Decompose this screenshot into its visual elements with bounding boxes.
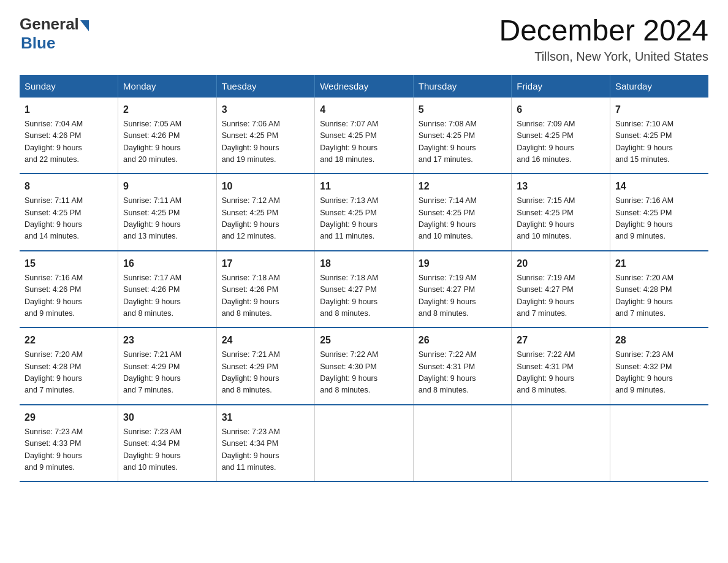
day-number: 21 xyxy=(615,256,703,271)
header-cell-saturday: Saturday xyxy=(610,75,708,98)
day-info: Sunrise: 7:18 AM Sunset: 4:27 PM Dayligh… xyxy=(320,272,408,320)
header-cell-sunday: Sunday xyxy=(20,75,118,98)
day-number: 16 xyxy=(123,256,211,271)
week-row-4: 22Sunrise: 7:20 AM Sunset: 4:28 PM Dayli… xyxy=(20,327,708,405)
logo-general-text: General xyxy=(20,15,79,34)
day-cell: 9Sunrise: 7:11 AM Sunset: 4:25 PM Daylig… xyxy=(118,174,217,251)
day-info: Sunrise: 7:20 AM Sunset: 4:28 PM Dayligh… xyxy=(615,272,703,320)
day-cell: 29Sunrise: 7:23 AM Sunset: 4:33 PM Dayli… xyxy=(20,405,118,482)
day-cell: 24Sunrise: 7:21 AM Sunset: 4:29 PM Dayli… xyxy=(216,327,315,405)
day-info: Sunrise: 7:22 AM Sunset: 4:31 PM Dayligh… xyxy=(419,349,507,397)
day-cell: 12Sunrise: 7:14 AM Sunset: 4:25 PM Dayli… xyxy=(413,174,512,251)
subtitle: Tillson, New York, United States xyxy=(499,50,708,64)
day-number: 22 xyxy=(25,333,113,348)
day-info: Sunrise: 7:16 AM Sunset: 4:26 PM Dayligh… xyxy=(25,272,113,320)
day-cell: 3Sunrise: 7:06 AM Sunset: 4:25 PM Daylig… xyxy=(216,98,315,174)
day-info: Sunrise: 7:19 AM Sunset: 4:27 PM Dayligh… xyxy=(419,272,507,320)
header-cell-friday: Friday xyxy=(512,75,610,98)
day-cell: 5Sunrise: 7:08 AM Sunset: 4:25 PM Daylig… xyxy=(413,98,512,174)
day-cell: 19Sunrise: 7:19 AM Sunset: 4:27 PM Dayli… xyxy=(413,251,512,328)
day-info: Sunrise: 7:23 AM Sunset: 4:33 PM Dayligh… xyxy=(25,426,113,474)
day-info: Sunrise: 7:19 AM Sunset: 4:27 PM Dayligh… xyxy=(517,272,605,320)
day-number: 19 xyxy=(419,256,507,271)
day-cell: 22Sunrise: 7:20 AM Sunset: 4:28 PM Dayli… xyxy=(20,327,118,405)
day-number: 7 xyxy=(615,102,703,117)
day-info: Sunrise: 7:11 AM Sunset: 4:25 PM Dayligh… xyxy=(123,195,211,243)
day-info: Sunrise: 7:15 AM Sunset: 4:25 PM Dayligh… xyxy=(517,195,605,243)
day-info: Sunrise: 7:17 AM Sunset: 4:26 PM Dayligh… xyxy=(123,272,211,320)
main-title: December 2024 xyxy=(499,15,708,47)
week-row-1: 1Sunrise: 7:04 AM Sunset: 4:26 PM Daylig… xyxy=(20,98,708,174)
day-number: 27 xyxy=(517,333,605,348)
day-info: Sunrise: 7:04 AM Sunset: 4:26 PM Dayligh… xyxy=(25,118,113,166)
day-number: 24 xyxy=(222,333,310,348)
day-info: Sunrise: 7:18 AM Sunset: 4:26 PM Dayligh… xyxy=(222,272,310,320)
day-cell xyxy=(610,405,708,482)
week-row-2: 8Sunrise: 7:11 AM Sunset: 4:25 PM Daylig… xyxy=(20,174,708,251)
day-cell: 30Sunrise: 7:23 AM Sunset: 4:34 PM Dayli… xyxy=(118,405,217,482)
logo-area: General Blue xyxy=(20,15,90,53)
week-row-5: 29Sunrise: 7:23 AM Sunset: 4:33 PM Dayli… xyxy=(20,405,708,482)
day-info: Sunrise: 7:21 AM Sunset: 4:29 PM Dayligh… xyxy=(222,349,310,397)
day-info: Sunrise: 7:08 AM Sunset: 4:25 PM Dayligh… xyxy=(419,118,507,166)
day-number: 17 xyxy=(222,256,310,271)
day-cell: 10Sunrise: 7:12 AM Sunset: 4:25 PM Dayli… xyxy=(216,174,315,251)
day-number: 5 xyxy=(419,102,507,117)
day-cell: 25Sunrise: 7:22 AM Sunset: 4:30 PM Dayli… xyxy=(315,327,414,405)
day-info: Sunrise: 7:22 AM Sunset: 4:31 PM Dayligh… xyxy=(517,349,605,397)
day-number: 25 xyxy=(320,333,408,348)
header-cell-tuesday: Tuesday xyxy=(216,75,315,98)
day-cell xyxy=(413,405,512,482)
day-info: Sunrise: 7:05 AM Sunset: 4:26 PM Dayligh… xyxy=(123,118,211,166)
day-cell: 16Sunrise: 7:17 AM Sunset: 4:26 PM Dayli… xyxy=(118,251,217,328)
day-cell: 18Sunrise: 7:18 AM Sunset: 4:27 PM Dayli… xyxy=(315,251,414,328)
day-info: Sunrise: 7:13 AM Sunset: 4:25 PM Dayligh… xyxy=(320,195,408,243)
header-cell-thursday: Thursday xyxy=(413,75,512,98)
day-number: 4 xyxy=(320,102,408,117)
day-number: 12 xyxy=(419,179,507,194)
day-info: Sunrise: 7:12 AM Sunset: 4:25 PM Dayligh… xyxy=(222,195,310,243)
day-cell: 31Sunrise: 7:23 AM Sunset: 4:34 PM Dayli… xyxy=(216,405,315,482)
logo-blue-text: Blue xyxy=(21,34,55,52)
day-number: 13 xyxy=(517,179,605,194)
day-info: Sunrise: 7:09 AM Sunset: 4:25 PM Dayligh… xyxy=(517,118,605,166)
day-number: 15 xyxy=(25,256,113,271)
day-info: Sunrise: 7:23 AM Sunset: 4:34 PM Dayligh… xyxy=(123,426,211,474)
day-cell: 14Sunrise: 7:16 AM Sunset: 4:25 PM Dayli… xyxy=(610,174,708,251)
day-number: 30 xyxy=(123,410,211,425)
day-number: 2 xyxy=(123,102,211,117)
week-row-3: 15Sunrise: 7:16 AM Sunset: 4:26 PM Dayli… xyxy=(20,251,708,328)
day-number: 23 xyxy=(123,333,211,348)
day-number: 31 xyxy=(222,410,310,425)
day-number: 26 xyxy=(419,333,507,348)
title-area: December 2024 Tillson, New York, United … xyxy=(499,15,708,64)
day-cell: 4Sunrise: 7:07 AM Sunset: 4:25 PM Daylig… xyxy=(315,98,414,174)
day-cell: 15Sunrise: 7:16 AM Sunset: 4:26 PM Dayli… xyxy=(20,251,118,328)
header-cell-monday: Monday xyxy=(118,75,217,98)
logo: General xyxy=(20,15,90,34)
calendar-header: SundayMondayTuesdayWednesdayThursdayFrid… xyxy=(20,75,708,98)
day-number: 8 xyxy=(25,179,113,194)
day-cell: 21Sunrise: 7:20 AM Sunset: 4:28 PM Dayli… xyxy=(610,251,708,328)
header-row: SundayMondayTuesdayWednesdayThursdayFrid… xyxy=(20,75,708,98)
day-number: 29 xyxy=(25,410,113,425)
day-number: 3 xyxy=(222,102,310,117)
header-cell-wednesday: Wednesday xyxy=(315,75,414,98)
day-info: Sunrise: 7:11 AM Sunset: 4:25 PM Dayligh… xyxy=(25,195,113,243)
header: General Blue December 2024 Tillson, New … xyxy=(20,15,708,64)
logo-arrow-icon xyxy=(80,20,89,31)
day-cell: 23Sunrise: 7:21 AM Sunset: 4:29 PM Dayli… xyxy=(118,327,217,405)
day-number: 11 xyxy=(320,179,408,194)
day-cell: 28Sunrise: 7:23 AM Sunset: 4:32 PM Dayli… xyxy=(610,327,708,405)
day-info: Sunrise: 7:23 AM Sunset: 4:32 PM Dayligh… xyxy=(615,349,703,397)
day-cell: 7Sunrise: 7:10 AM Sunset: 4:25 PM Daylig… xyxy=(610,98,708,174)
day-cell: 8Sunrise: 7:11 AM Sunset: 4:25 PM Daylig… xyxy=(20,174,118,251)
day-cell: 1Sunrise: 7:04 AM Sunset: 4:26 PM Daylig… xyxy=(20,98,118,174)
day-number: 14 xyxy=(615,179,703,194)
calendar-table: SundayMondayTuesdayWednesdayThursdayFrid… xyxy=(20,75,708,483)
day-number: 10 xyxy=(222,179,310,194)
day-number: 6 xyxy=(517,102,605,117)
day-cell: 11Sunrise: 7:13 AM Sunset: 4:25 PM Dayli… xyxy=(315,174,414,251)
day-cell: 20Sunrise: 7:19 AM Sunset: 4:27 PM Dayli… xyxy=(512,251,610,328)
day-number: 28 xyxy=(615,333,703,348)
